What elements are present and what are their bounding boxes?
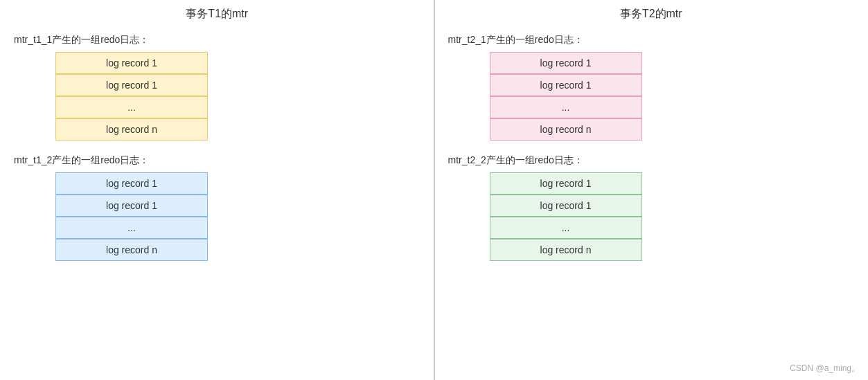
right-section-1: mtr_t2_1产生的一组redo日志： log record 1 log re…	[448, 34, 855, 141]
left-label-1: mtr_t1_1产生的一组redo日志：	[14, 34, 420, 46]
log-row: log record 1	[55, 74, 208, 96]
left-panel: 事务T1的mtr mtr_t1_1产生的一组redo日志： log record…	[0, 0, 434, 380]
right-label-2: mtr_t2_2产生的一组redo日志：	[448, 154, 855, 167]
log-row: log record 1	[490, 194, 642, 217]
watermark: CSDN @a_ming。	[790, 363, 860, 374]
log-row: ...	[55, 217, 208, 239]
left-section-1: mtr_t1_1产生的一组redo日志： log record 1 log re…	[14, 34, 420, 141]
left-log-box-1: log record 1 log record 1 ... log record…	[55, 52, 208, 141]
left-log-box-2: log record 1 log record 1 ... log record…	[55, 172, 208, 261]
log-row: ...	[490, 96, 642, 118]
left-panel-title: 事务T1的mtr	[14, 7, 420, 21]
log-row: ...	[55, 96, 208, 118]
right-log-box-1: log record 1 log record 1 ... log record…	[490, 52, 642, 141]
main-container: 事务T1的mtr mtr_t1_1产生的一组redo日志： log record…	[0, 0, 868, 380]
log-row: log record 1	[490, 52, 642, 74]
left-section-2: mtr_t1_2产生的一组redo日志： log record 1 log re…	[14, 154, 420, 261]
left-label-2: mtr_t1_2产生的一组redo日志：	[14, 154, 420, 167]
log-row: log record 1	[55, 194, 208, 217]
log-row: log record 1	[490, 172, 642, 194]
log-row: log record 1	[55, 52, 208, 74]
right-panel-title: 事务T2的mtr	[448, 7, 855, 21]
log-row: log record n	[55, 118, 208, 141]
log-row: log record n	[490, 118, 642, 141]
log-row: log record 1	[490, 74, 642, 96]
log-row: log record n	[55, 239, 208, 261]
right-section-2: mtr_t2_2产生的一组redo日志： log record 1 log re…	[448, 154, 855, 261]
log-row: log record 1	[55, 172, 208, 194]
right-label-1: mtr_t2_1产生的一组redo日志：	[448, 34, 855, 46]
right-panel: 事务T2的mtr mtr_t2_1产生的一组redo日志： log record…	[434, 0, 869, 380]
log-row: log record n	[490, 239, 642, 261]
log-row: ...	[490, 217, 642, 239]
right-log-box-2: log record 1 log record 1 ... log record…	[490, 172, 642, 261]
vertical-divider	[434, 0, 434, 380]
